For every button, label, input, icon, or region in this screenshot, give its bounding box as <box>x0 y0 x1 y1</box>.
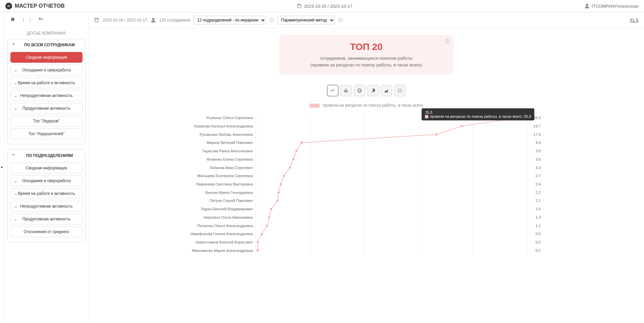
svg-rect-2 <box>347 91 348 93</box>
sidebar-item-label: Непродуктивная активность <box>20 204 73 209</box>
department-select[interactable]: 12 подразделений - по иерархии <box>194 16 266 24</box>
top-card: ⓘ ТОП 20 сотрудников, занимающихся поиск… <box>279 35 453 75</box>
header-date-range: 2023-10-16 / 2023-10-17 <box>65 3 584 9</box>
svg-text:0.2: 0.2 <box>536 249 541 253</box>
undo-icon[interactable] <box>38 17 44 23</box>
info-icon[interactable]: ⓘ <box>269 17 274 23</box>
chevron-down-icon: ⌄ <box>14 204 17 209</box>
svg-text:Казакова Наталья Александровна: Казакова Наталья Александровна <box>194 124 253 128</box>
chart-type-bar <box>95 85 637 96</box>
svg-point-55 <box>257 241 259 243</box>
svg-text:1.5: 1.5 <box>536 207 541 211</box>
sidebar-item-label: Время на работе и активность <box>18 80 75 85</box>
chevron-down-icon: ⌄ <box>14 217 17 221</box>
sidebar-item-label: Отклонения от среднего <box>24 229 69 234</box>
app-header: МАСТЕР ОТЧЕТОВ 2023-10-16 / 2023-10-17 I… <box>0 0 644 12</box>
sidebar-item[interactable]: ⌄Непродуктивная активность <box>10 90 83 101</box>
forward-icon[interactable]: 〉 <box>29 16 34 23</box>
chevron-up-icon: ⌃ <box>12 153 15 158</box>
group-header-employees[interactable]: ⌃ ПО ВСЕМ СОТРУДНИКАМ <box>8 39 85 51</box>
chart-area: ⓘ ТОП 20 сотрудников, занимающихся поиск… <box>89 28 644 266</box>
sidebar-item-label: Опоздания и сверхработа <box>22 68 71 72</box>
top-card-title: ТОП 20 <box>292 42 440 52</box>
sidebar-item[interactable]: ⌄Опоздания и сверхработа <box>10 175 83 186</box>
sidebar-item[interactable]: ⌄Время на работе и активность <box>10 188 83 199</box>
chart-type-area-icon[interactable] <box>381 85 392 96</box>
sidebar-item[interactable]: ⌄Опоздания и сверхработа <box>10 65 83 75</box>
sidebar-item[interactable]: ⌄Непродуктивная активность <box>10 201 83 212</box>
svg-text:Никулина Ольга Николаевна: Никулина Ольга Николаевна <box>204 215 253 219</box>
chart-type-donut-icon[interactable] <box>354 85 365 96</box>
sidebar-item-label: Топ "Лидеров" <box>33 119 60 123</box>
chart-wrap: провели на ресурсах по поиску работы, в … <box>182 103 551 259</box>
header-user[interactable]: ITCOMPANY\mironovav <box>584 3 639 9</box>
sidebar-item[interactable]: Сводная информация <box>10 163 83 173</box>
back-icon[interactable]: 〈 <box>19 16 25 23</box>
chevron-up-icon: ⌃ <box>12 43 15 47</box>
export-xls-link[interactable]: XLS <box>630 17 639 23</box>
svg-text:1.3: 1.3 <box>536 215 541 219</box>
sidebar-item[interactable]: Топ "Нарушителей" <box>10 128 83 139</box>
svg-text:Лобанов Иван Сергеевич: Лобанов Иван Сергеевич <box>210 166 253 170</box>
svg-point-31 <box>283 175 285 177</box>
chart-canvas[interactable]: Рыженко Олеся Сергеевна25.3Казакова Ната… <box>182 110 551 258</box>
sidebar-item[interactable]: Отклонения от среднего <box>10 226 83 237</box>
sidebar-item-label: Опоздания и сверхработа <box>22 178 71 183</box>
svg-point-28 <box>289 167 291 169</box>
toolbar-date-range[interactable]: 2023-10-16 / 2023-10-17 <box>103 18 147 22</box>
chart-type-line[interactable] <box>327 85 338 96</box>
group-header-departments[interactable]: ⌃ ПО ПОДРАЗДЕЛЕНИЯМ <box>8 150 85 161</box>
chart-type-radar-icon[interactable] <box>394 85 406 96</box>
svg-text:Никифорова Галина Александровн: Никифорова Галина Александровна <box>191 232 253 236</box>
svg-text:Лавричева Светлана Викторовна: Лавричева Светлана Викторовна <box>196 182 253 186</box>
info-icon[interactable]: ⓘ <box>445 38 449 44</box>
svg-text:0.2: 0.2 <box>536 240 541 244</box>
app-title: МАСТЕР ОТЧЕТОВ <box>5 3 65 9</box>
svg-text:Рыженко Олеся Сергеевна: Рыженко Олеся Сергеевна <box>206 116 253 120</box>
main-panel: 2023-10-16 / 2023-10-17 120 сотрудников … <box>89 12 644 321</box>
svg-point-3 <box>358 89 361 92</box>
svg-point-43 <box>270 208 272 210</box>
chart-legend[interactable]: провели на ресурсах по поиску работы, в … <box>182 103 551 108</box>
sidebar-item[interactable]: ⌄Продуктивная активность <box>10 103 83 114</box>
top-card-line1: сотрудников, занимающихся поиском работы <box>292 55 440 62</box>
header-user-text: ITCOMPANY\mironovav <box>592 4 639 9</box>
dossier-title: ДОСЬЕ КОМПАНИИ: <box>7 28 86 39</box>
expand-handle[interactable]: ▸ <box>0 12 5 321</box>
svg-text:2.2: 2.2 <box>536 191 541 195</box>
svg-text:3.3: 3.3 <box>536 166 541 170</box>
svg-text:Максименко Мария Александровна: Максименко Мария Александровна <box>192 249 253 253</box>
svg-point-16 <box>435 133 437 136</box>
svg-point-46 <box>268 216 270 218</box>
method-select[interactable]: Параметрический метод <box>277 16 335 24</box>
svg-point-37 <box>278 192 280 194</box>
sidebar-item[interactable]: ⌄Продуктивная активность <box>10 214 83 224</box>
svg-point-10 <box>519 117 521 119</box>
sidebar-item[interactable]: Топ "Лидеров" <box>10 116 83 126</box>
calendar-icon <box>297 3 302 9</box>
sidebar-item[interactable]: Сводная информация <box>10 52 83 63</box>
chart-type-bar-icon[interactable] <box>340 85 352 96</box>
sidebar-item[interactable]: ⌄Время на работе и активность <box>10 77 83 88</box>
chevron-down-icon: ⌄ <box>14 68 17 72</box>
home-icon[interactable] <box>10 17 15 23</box>
svg-point-22 <box>296 150 298 152</box>
chart-type-pie-icon[interactable] <box>367 85 379 96</box>
svg-text:Винник Ирина Геннадиевна: Винник Ирина Геннадиевна <box>206 191 253 195</box>
svg-point-58 <box>257 250 259 252</box>
header-date-text: 2023-10-16 / 2023-10-17 <box>304 4 352 9</box>
svg-text:Ларин Евгений Владимирович: Ларин Евгений Владимирович <box>201 207 253 211</box>
info-icon[interactable]: ⓘ <box>338 17 343 23</box>
toolbar-employee-count: 120 сотрудников <box>159 18 190 22</box>
svg-text:Петренко Олеся Александровна: Петренко Олеся Александровна <box>197 224 253 228</box>
svg-text:3.6: 3.6 <box>536 157 541 161</box>
svg-text:Марков Виталий Павлович: Марков Виталий Павлович <box>207 141 253 145</box>
sidebar-item-label: Непродуктивная активность <box>20 93 73 98</box>
top-card-line2: (провели на ресурсах по поиску работы, в… <box>292 62 440 68</box>
svg-text:Петров Сергей Павлович: Петров Сергей Павлович <box>210 199 253 203</box>
chevron-down-icon: ⌄ <box>14 178 17 183</box>
svg-text:3.9: 3.9 <box>536 149 541 153</box>
sidebar-group-employees: ⌃ ПО ВСЕМ СОТРУДНИКАМ Сводная информация… <box>7 39 86 144</box>
svg-text:1.1: 1.1 <box>536 224 541 228</box>
svg-point-40 <box>276 200 278 202</box>
